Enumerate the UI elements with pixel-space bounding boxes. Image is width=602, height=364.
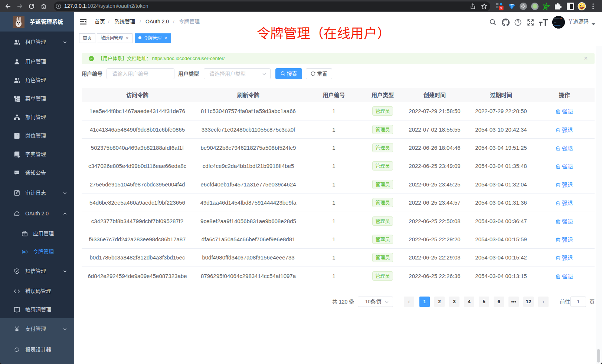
svg-text:a: a [24, 251, 26, 253]
svg-text:9: 9 [500, 6, 502, 10]
